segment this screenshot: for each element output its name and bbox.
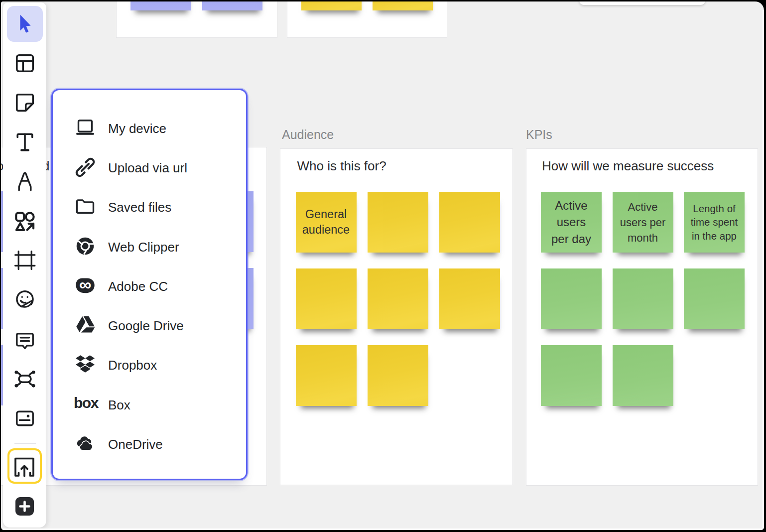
svg-text:∞: ∞: [79, 275, 91, 294]
